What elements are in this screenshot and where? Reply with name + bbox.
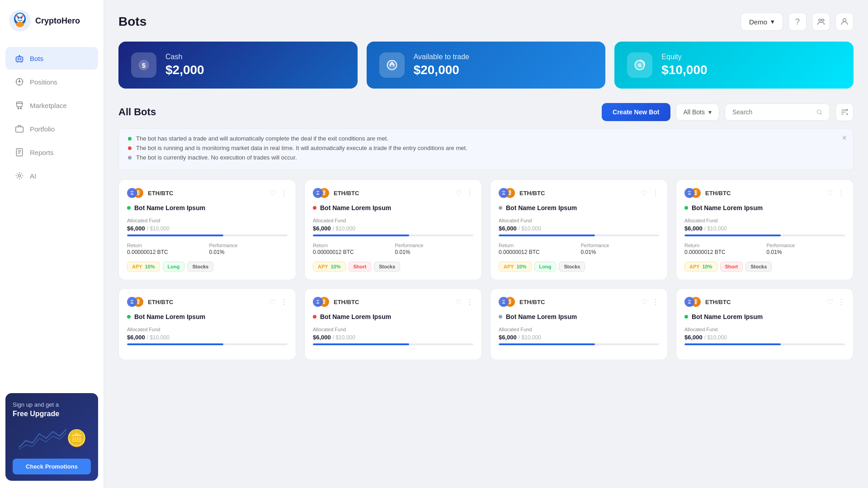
allocated-values: $6,000 / $10,000 (499, 225, 659, 232)
info-text-green: The bot has started a trade and will aut… (136, 135, 388, 142)
stats-row: $ Cash $2,000 Available to trade $20,000 (118, 42, 854, 89)
bot-card: Ξ ₿ ETH/BTC ♡ ⋮ Bot Name Lorem Ipsum All… (490, 288, 668, 360)
performance-label: Performance (395, 243, 474, 248)
more-options-button[interactable]: ⋮ (838, 298, 845, 306)
sidebar-item-label-ai: AI (30, 172, 36, 180)
svg-rect-9 (16, 57, 23, 62)
group-button[interactable] (812, 13, 830, 31)
bot-card: Ξ ₿ ETH/BTC ♡ ⋮ Bot Name Lorem Ipsum All… (490, 179, 668, 280)
bot-name-row: Bot Name Lorem Ipsum (684, 313, 845, 320)
cash-label: Cash (165, 53, 204, 61)
sidebar-item-positions[interactable]: Positions (5, 70, 98, 93)
more-options-button[interactable]: ⋮ (280, 298, 288, 306)
progress-bar (684, 235, 845, 236)
svg-rect-8 (18, 23, 22, 26)
svg-point-3 (18, 17, 20, 19)
info-item-red: The bot is running and is monitoring mar… (128, 145, 844, 151)
return-metric: Return 0.00000012 BTC (499, 243, 577, 255)
more-options-button[interactable]: ⋮ (652, 189, 659, 197)
favorite-button[interactable]: ♡ (827, 298, 833, 306)
pair-icons: Ξ ₿ (499, 188, 516, 198)
favorite-button[interactable]: ♡ (269, 189, 276, 197)
more-options-button[interactable]: ⋮ (280, 189, 288, 197)
progress-fill (313, 235, 409, 236)
favorite-button[interactable]: ♡ (455, 189, 462, 197)
bot-card: Ξ ₿ ETH/BTC ♡ ⋮ Bot Name Lorem Ipsum All… (304, 288, 482, 360)
all-bots-title: All Bots (118, 106, 156, 118)
help-button[interactable]: ? (788, 13, 807, 31)
allocated-total: / $10,000 (519, 334, 541, 341)
tags-row: APY 10%ShortStocks (313, 262, 473, 272)
allocated-current: $6,000 (684, 334, 703, 341)
sort-button[interactable] (835, 103, 854, 121)
pair-name: ETH/BTC (705, 190, 731, 197)
more-options-button[interactable]: ⋮ (466, 298, 473, 306)
check-promotions-button[interactable]: Check Promotions (13, 459, 91, 474)
sidebar-item-portfolio[interactable]: Portfolio (5, 117, 98, 140)
allocated-values: $6,000 / $10,000 (499, 334, 659, 341)
all-bots-filter[interactable]: All Bots ▾ (676, 103, 719, 121)
cash-icon: $ (131, 52, 156, 78)
svg-point-12 (20, 58, 21, 60)
apy-tag: APY 10% (499, 262, 532, 272)
progress-fill (313, 343, 409, 345)
equity-value: $10,000 (661, 63, 707, 77)
bot-card: Ξ ₿ ETH/BTC ♡ ⋮ Bot Name Lorem Ipsum All… (676, 179, 854, 280)
more-options-button[interactable]: ⋮ (466, 189, 473, 197)
logo-area: CryptoHero (0, 0, 104, 42)
user-button[interactable] (835, 13, 854, 31)
favorite-button[interactable]: ♡ (827, 189, 833, 197)
status-dot (684, 315, 688, 319)
bot-card-actions: ♡ ⋮ (827, 298, 845, 306)
status-dot (313, 315, 316, 319)
more-options-button[interactable]: ⋮ (652, 298, 659, 306)
demo-dropdown[interactable]: Demo ▾ (741, 13, 783, 31)
favorite-button[interactable]: ♡ (455, 298, 462, 306)
bot-name-row: Bot Name Lorem Ipsum (313, 204, 473, 211)
stat-card-available: Available to trade $20,000 (367, 42, 606, 89)
allocated-total: / $10,000 (704, 225, 727, 232)
favorite-button[interactable]: ♡ (641, 298, 647, 306)
sidebar-item-bots[interactable]: Bots (5, 47, 98, 70)
allocated-label: Allocated Fund (499, 327, 659, 332)
bot-name-row: Bot Name Lorem Ipsum (499, 204, 659, 211)
info-text-gray: The bot is currently inactive. No execut… (136, 154, 297, 161)
svg-text:%: % (638, 64, 642, 68)
sidebar-item-label-reports: Reports (30, 149, 54, 156)
available-value: $20,000 (414, 63, 469, 77)
bot-pair: Ξ ₿ ETH/BTC (684, 297, 731, 307)
eth-icon: Ξ (684, 297, 694, 307)
marketplace-icon (14, 100, 24, 110)
bot-name: Bot Name Lorem Ipsum (134, 204, 205, 211)
favorite-button[interactable]: ♡ (269, 298, 276, 306)
svg-text:$: $ (142, 61, 146, 69)
more-options-button[interactable]: ⋮ (838, 189, 845, 197)
status-dot (127, 315, 131, 319)
sidebar-item-marketplace[interactable]: Marketplace (5, 94, 98, 117)
bot-card-header: Ξ ₿ ETH/BTC ♡ ⋮ (499, 297, 659, 307)
pair-name: ETH/BTC (519, 299, 545, 305)
progress-fill (127, 235, 223, 236)
return-value: 0.00000012 BTC (684, 249, 763, 255)
bots-icon (14, 53, 24, 63)
cash-value: $2,000 (165, 63, 204, 77)
search-input[interactable] (732, 108, 812, 116)
performance-metric: Performance 0.01% (209, 243, 288, 255)
favorite-button[interactable]: ♡ (641, 189, 647, 197)
bot-name: Bot Name Lorem Ipsum (506, 313, 577, 320)
bot-card: Ξ ₿ ETH/BTC ♡ ⋮ Bot Name Lorem Ipsum All… (304, 179, 482, 280)
sidebar-item-ai[interactable]: AI (5, 164, 98, 187)
promo-text: Sign up and get a (13, 401, 91, 408)
sidebar-item-reports[interactable]: Reports (5, 141, 98, 164)
svg-line-40 (821, 113, 822, 115)
sort-icon (840, 108, 849, 116)
return-metric: Return 0.00000012 BTC (684, 243, 763, 255)
bot-name: Bot Name Lorem Ipsum (692, 313, 763, 320)
page-title: Bots (118, 14, 146, 29)
pair-name: ETH/BTC (519, 190, 545, 197)
allocated-current: $6,000 (127, 334, 145, 341)
bot-card-header: Ξ ₿ ETH/BTC ♡ ⋮ (127, 297, 288, 307)
pair-name: ETH/BTC (148, 190, 173, 197)
create-new-bot-button[interactable]: Create New Bot (602, 103, 670, 121)
close-info-banner-button[interactable]: × (842, 133, 847, 143)
